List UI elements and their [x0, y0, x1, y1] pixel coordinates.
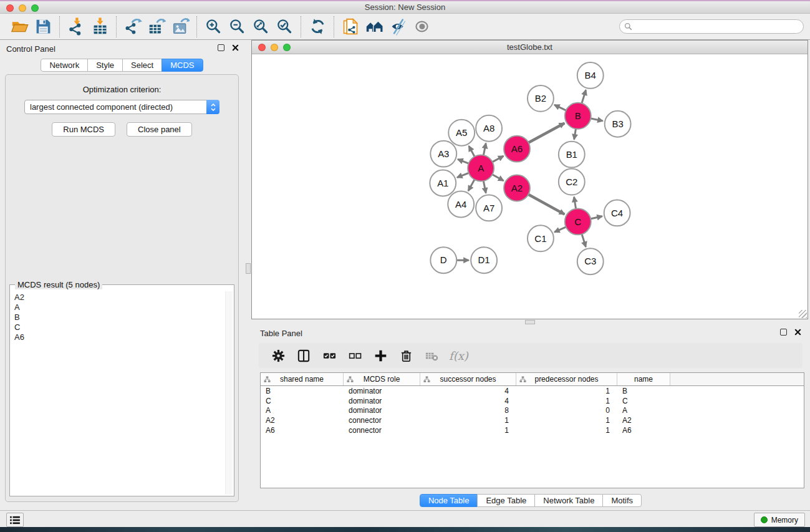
close-panel-icon[interactable] — [232, 44, 239, 51]
result-scrollbar[interactable] — [225, 291, 233, 495]
mcds-result-item[interactable]: C — [14, 322, 233, 332]
graph-edge-C-C4[interactable] — [589, 216, 602, 220]
graph-edge-C-C3[interactable] — [581, 233, 586, 246]
close-table-panel-icon[interactable] — [794, 329, 801, 336]
graph-edge-A-A5[interactable] — [469, 146, 475, 158]
network-zoom-button[interactable] — [283, 44, 291, 51]
delete-column-button[interactable] — [398, 347, 414, 364]
horizontal-split-handle[interactable] — [525, 320, 535, 324]
tab-style[interactable]: Style — [87, 59, 123, 72]
zoom-fit-button[interactable] — [249, 16, 272, 38]
graph-node-C[interactable]: C — [565, 208, 591, 235]
zoom-selected-button[interactable] — [272, 16, 296, 38]
export-image-button[interactable] — [168, 16, 192, 38]
delete-table-button[interactable] — [423, 347, 440, 364]
select-all-button[interactable] — [321, 347, 337, 364]
column-header-predecessor-nodes[interactable]: predecessor nodes — [516, 373, 617, 385]
function-builder-button[interactable]: f(x) — [449, 347, 468, 364]
graph-edge-A-A4[interactable] — [468, 178, 475, 191]
welcome-screen-button[interactable] — [362, 16, 386, 38]
graph-edge-A-A2[interactable] — [491, 174, 504, 181]
export-network-button[interactable] — [121, 16, 145, 38]
import-network-button[interactable] — [64, 16, 88, 38]
tab-mcds[interactable]: MCDS — [162, 59, 203, 72]
vertical-split-handle[interactable] — [246, 263, 251, 274]
graph-edge-C-C2[interactable] — [574, 197, 576, 210]
mcds-result-item[interactable]: A6 — [14, 332, 233, 342]
network-from-file-button[interactable] — [339, 16, 362, 38]
table-row[interactable]: A2connector11A2 — [261, 415, 804, 425]
graph-node-C4[interactable]: C4 — [604, 200, 630, 226]
graph-node-A7[interactable]: A7 — [476, 195, 502, 221]
graph-node-B4[interactable]: B4 — [577, 62, 604, 89]
save-session-button[interactable] — [31, 16, 55, 38]
close-window-button[interactable] — [6, 4, 14, 12]
tab-edge-table[interactable]: Edge Table — [477, 494, 535, 507]
graph-edge-B-B2[interactable] — [554, 105, 567, 111]
graph-node-A[interactable]: A — [468, 155, 494, 181]
graph-edge-C-C1[interactable] — [554, 226, 567, 232]
graph-edge-B-B4[interactable] — [581, 90, 586, 104]
float-panel-icon[interactable] — [218, 44, 224, 51]
run-mcds-button[interactable]: Run MCDS — [52, 122, 115, 137]
graph-node-D1[interactable]: D1 — [471, 247, 497, 273]
graph-edge-A6-B[interactable] — [528, 123, 565, 143]
graph-node-C2[interactable]: C2 — [559, 169, 585, 195]
graph-node-A1[interactable]: A1 — [430, 170, 456, 196]
deselect-all-button[interactable] — [347, 347, 363, 364]
graph-edge-A-A8[interactable] — [483, 143, 486, 157]
graph-node-A3[interactable]: A3 — [430, 141, 456, 167]
network-window-titlebar[interactable]: testGlobe.txt — [252, 41, 808, 54]
column-header-shared-name[interactable]: shared name — [261, 373, 344, 385]
mcds-result-item[interactable]: A2 — [14, 293, 233, 302]
tab-motifs[interactable]: Motifs — [602, 494, 642, 507]
graph-node-C3[interactable]: C3 — [577, 248, 604, 274]
table-row[interactable]: Cdominator41C — [261, 396, 804, 406]
network-minimize-button[interactable] — [271, 44, 278, 51]
column-header-successor-nodes[interactable]: successor nodes — [420, 373, 516, 385]
open-session-button[interactable] — [7, 16, 31, 38]
export-table-button[interactable] — [145, 16, 168, 38]
show-column-button[interactable] — [296, 347, 312, 364]
graph-edge-A-A7[interactable] — [483, 180, 486, 193]
graph-node-D[interactable]: D — [430, 247, 456, 273]
show-view-button[interactable] — [410, 16, 433, 38]
graph-edge-A-A3[interactable] — [458, 159, 470, 163]
import-table-button[interactable] — [88, 16, 112, 38]
graph-edge-A-A6[interactable] — [491, 156, 504, 162]
graph-node-B[interactable]: B — [565, 103, 591, 129]
mcds-result-item[interactable]: B — [14, 312, 233, 322]
memory-button[interactable]: Memory — [754, 513, 805, 527]
graph-node-B3[interactable]: B3 — [605, 111, 631, 137]
zoom-in-button[interactable] — [201, 16, 225, 38]
close-panel-button[interactable]: Close panel — [127, 122, 192, 137]
graph-node-A8[interactable]: A8 — [476, 115, 502, 142]
graph-edge-A2-C[interactable] — [528, 194, 565, 215]
float-table-panel-icon[interactable] — [780, 329, 787, 336]
criterion-select[interactable]: largest connected component (directed) — [24, 100, 219, 114]
table-settings-button[interactable] — [270, 347, 286, 364]
tab-select[interactable]: Select — [122, 59, 162, 72]
minimize-window-button[interactable] — [19, 4, 26, 12]
table-row[interactable]: Adominator80A — [261, 405, 804, 415]
mcds-result-item[interactable]: A — [14, 302, 233, 312]
window-resize-grip[interactable] — [799, 310, 807, 318]
graph-node-B2[interactable]: B2 — [528, 85, 554, 112]
graph-edge-A-A1[interactable] — [457, 173, 470, 178]
graph-node-A4[interactable]: A4 — [448, 191, 474, 217]
create-column-button[interactable] — [372, 347, 388, 364]
graph-node-C1[interactable]: C1 — [528, 225, 554, 251]
column-header-MCDS-role[interactable]: MCDS role — [344, 373, 420, 385]
column-header-name[interactable]: name — [617, 373, 670, 385]
network-close-button[interactable] — [258, 44, 266, 51]
tab-network-table[interactable]: Network Table — [534, 494, 603, 507]
network-canvas[interactable]: B4B2BB3A8A5A6A3B1AC2A1A2A4A7C4CC1C3DD1 — [252, 54, 808, 319]
table-row[interactable]: Bdominator41B — [261, 386, 804, 396]
task-history-button[interactable] — [6, 513, 24, 527]
tab-network[interactable]: Network — [41, 59, 88, 72]
refresh-layout-button[interactable] — [306, 16, 329, 38]
graph-edge-B-B3[interactable] — [589, 118, 602, 121]
zoom-window-button[interactable] — [31, 4, 39, 12]
graph-node-A5[interactable]: A5 — [448, 120, 475, 146]
zoom-out-button[interactable] — [225, 16, 249, 38]
